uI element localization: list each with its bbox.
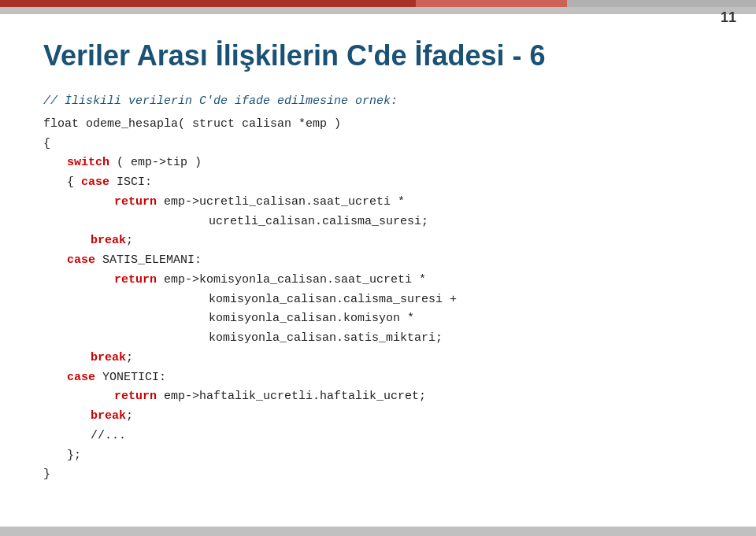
code-line: case YONETICI: (43, 368, 728, 388)
code-line: }; (43, 446, 728, 466)
code-line: ucretli_calisan.calisma_suresi; (43, 213, 728, 232)
code-line: return emp->komisyonla_calisan.saat_ucre… (43, 271, 728, 290)
slide-number: 11 (721, 9, 736, 26)
slide-content: Veriler Arası İlişkilerin C'de İfadesi -… (43, 28, 728, 516)
code-line: //... (43, 427, 728, 446)
code-line: break; (43, 407, 728, 427)
code-line: { case ISCI: (43, 173, 728, 193)
code-comment: // İliskili verilerin C'de ifade edilmes… (43, 92, 728, 112)
code-line: float odeme_hesapla( struct calisan *emp… (43, 115, 728, 135)
code-line: return emp->haftalik_ucretli.haftalik_uc… (43, 387, 728, 407)
code-block: // İliskili verilerin C'de ifade edilmes… (43, 92, 728, 485)
code-line: } (43, 465, 728, 485)
decoration-bottom-bar (0, 527, 756, 536)
decoration-top-bar (0, 0, 756, 14)
code-line: komisyonla_calisan.komisyon * (43, 309, 728, 329)
code-line: break; (43, 349, 728, 368)
code-line: { (43, 135, 728, 154)
code-line: return emp->ucretli_calisan.saat_ucreti … (43, 193, 728, 213)
code-line: break; (43, 231, 728, 251)
code-line: komisyonla_calisan.calisma_suresi + (43, 290, 728, 310)
code-line: switch ( emp->tip ) (43, 153, 728, 173)
code-line: komisyonla_calisan.satis_miktari; (43, 329, 728, 349)
code-line: case SATIS_ELEMANI: (43, 251, 728, 271)
slide-title: Veriler Arası İlişkilerin C'de İfadesi -… (43, 39, 728, 72)
